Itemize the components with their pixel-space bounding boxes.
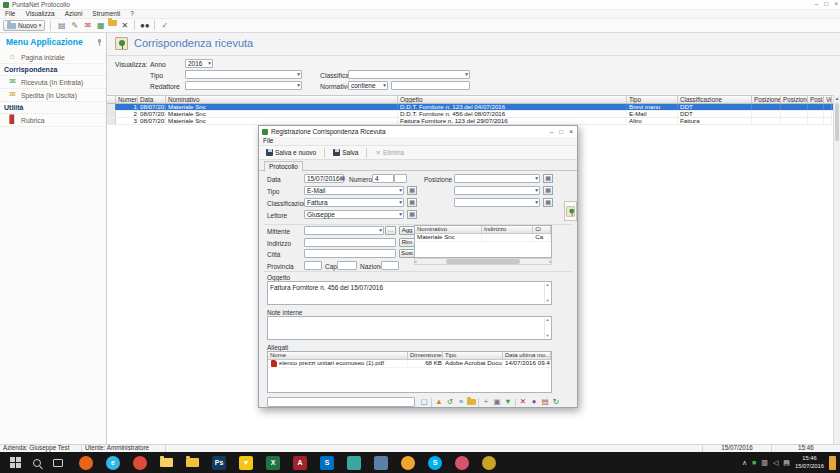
open-attachment-icon[interactable] (467, 399, 476, 405)
row-selector[interactable] (107, 118, 116, 124)
column-header-Oggetto[interactable]: Oggetto (398, 96, 627, 103)
tipo-picker-icon[interactable]: ▦ (407, 186, 417, 195)
new-file-icon[interactable]: + (481, 397, 491, 407)
taskbar-clock[interactable]: 15:46 15/07/2016 (795, 455, 824, 469)
mail-icon[interactable]: ✉ (82, 20, 93, 31)
column-header-Nominativo[interactable]: Nominativo (166, 96, 398, 103)
posizione-select-3[interactable] (454, 198, 540, 207)
power-settings-icon[interactable] (401, 456, 415, 470)
nazione-input[interactable] (381, 261, 399, 270)
dialog-maximize-button[interactable]: □ (559, 128, 563, 135)
sidebar-item-rubrica[interactable]: ▊Rubrica (0, 114, 106, 127)
scan-icon[interactable]: ▲ (434, 397, 444, 407)
tray-app-icon[interactable]: ■ (752, 459, 756, 466)
cap-input[interactable] (337, 261, 357, 270)
column-header-Data[interactable]: Data (138, 96, 166, 103)
notification-icon[interactable] (829, 456, 836, 470)
save-attachment-icon[interactable]: ▼ (503, 397, 513, 407)
tray-expand-icon[interactable]: ∧ (742, 459, 747, 466)
column-header-Posizione1[interactable]: Posizione1 (752, 96, 781, 103)
attachment-name-input[interactable] (267, 397, 415, 407)
lettore-picker-icon[interactable]: ▦ (407, 210, 417, 219)
print-attachment-icon[interactable]: ▤ (540, 397, 550, 407)
recipients-scrollbar[interactable]: ‹ › (414, 258, 552, 265)
column-header-Tipo[interactable]: Tipo (627, 96, 678, 103)
posizione-select-1[interactable] (454, 174, 540, 183)
allegati-column[interactable]: Nome (268, 352, 408, 359)
column-header-Posizione3[interactable]: Posizione3 (808, 96, 824, 103)
start-button[interactable] (10, 457, 21, 468)
numero-suffix-input[interactable] (394, 174, 407, 183)
numero-input[interactable]: 4 (372, 174, 394, 183)
excel-icon[interactable]: X (266, 456, 280, 470)
redattore-select[interactable] (185, 81, 302, 90)
app-icon-1[interactable] (347, 456, 361, 470)
close-button[interactable]: × (834, 0, 838, 7)
scroll-right-icon[interactable]: › (549, 259, 551, 265)
send-icon[interactable]: » (456, 397, 466, 407)
row-selector[interactable] (107, 111, 116, 117)
maximize-button[interactable]: □ (824, 0, 828, 7)
preview-icon[interactable]: ● (529, 397, 539, 407)
tipo-filter-select[interactable] (185, 70, 302, 79)
nuovo-button[interactable]: Nuovo ▾ (3, 20, 45, 31)
scroll-down-icon[interactable]: ▼ (546, 299, 550, 303)
table-row[interactable]: 108/07/2016Materiale SncD.D.T. Fornitore… (107, 104, 833, 111)
note-interne-textarea[interactable]: ▲▼ (267, 316, 552, 340)
recipients-column-indirizzo[interactable]: Indirizzo (482, 226, 533, 233)
attachment-row[interactable]: elenco prezzi unitari ecomuseo (1).pdf68… (268, 360, 551, 368)
anno-select[interactable]: 2016 (185, 59, 213, 68)
app-icon-2[interactable] (374, 456, 388, 470)
chrome-icon[interactable] (133, 456, 147, 470)
classificazione-picker-icon[interactable]: ▦ (407, 198, 417, 207)
skype-business-icon[interactable]: S (320, 456, 334, 470)
citta-input[interactable] (304, 249, 396, 258)
scroll-up-icon[interactable]: ▲ (546, 283, 550, 287)
recipient-row[interactable]: Materiale SncCa (415, 234, 551, 242)
keyboard-icon[interactable]: ▤ (783, 459, 790, 466)
dialog-menu-file[interactable]: File (259, 137, 277, 144)
edit-icon[interactable]: ✎ (69, 20, 80, 31)
calendar-icon[interactable]: ▦ (340, 175, 346, 182)
minimize-button[interactable]: – (815, 0, 819, 7)
task-view-icon[interactable] (53, 459, 63, 467)
column-header-selector[interactable] (107, 96, 116, 103)
app-icon-4[interactable] (482, 456, 496, 470)
scroll-left-icon[interactable]: ‹ (415, 259, 417, 265)
sidebar-item-spedita[interactable]: ✉Spedita (In Uscita) (0, 89, 106, 102)
posizione-picker-2-icon[interactable]: ▦ (543, 186, 553, 195)
delete-icon[interactable]: ✕ (119, 20, 130, 31)
column-header-Classificazione[interactable]: Classificazione (678, 96, 752, 103)
app-icon-3[interactable] (455, 456, 469, 470)
salva-button[interactable]: Salva (329, 147, 362, 158)
menu-strumenti[interactable]: Strumenti (87, 10, 125, 17)
dialog-close-button[interactable]: × (569, 128, 573, 135)
excel-export-icon[interactable]: ▦ (95, 20, 106, 31)
network-icon[interactable]: ▥ (761, 459, 768, 466)
mittente-combo[interactable] (304, 226, 384, 235)
scroll-down-icon[interactable]: ▼ (546, 334, 550, 338)
agg-button[interactable]: Agg (399, 226, 415, 235)
print-icon[interactable]: ▤ (56, 20, 67, 31)
sost-button[interactable]: Sost (399, 249, 415, 258)
normativo-input[interactable] (391, 81, 470, 90)
menu-visualizza[interactable]: Visualizza (20, 10, 59, 17)
search-icon[interactable]: ●● (139, 20, 150, 31)
internet-explorer-icon[interactable]: e (106, 456, 120, 470)
menu-file[interactable]: File (0, 10, 20, 17)
scroll-up-icon[interactable]: ▲ (834, 95, 840, 102)
copy-file-icon[interactable]: ▣ (492, 397, 502, 407)
allegati-column[interactable]: Data ultima mo... (503, 352, 551, 359)
archive-tree-button[interactable] (564, 201, 577, 221)
map-pin-icon[interactable]: ▼ (239, 456, 253, 470)
undo-icon[interactable]: ↺ (445, 397, 455, 407)
file-explorer-icon[interactable] (160, 458, 173, 467)
dialog-minimize-button[interactable]: – (550, 128, 554, 135)
column-header-Posizione2[interactable]: Posizione2 (781, 96, 808, 103)
classificazione-filter-select[interactable] (348, 70, 470, 79)
oggetto-textarea[interactable]: Fattura Fornitore n. 456 del 15/07/2016 … (267, 281, 552, 305)
menu-azioni[interactable]: Azioni (60, 10, 88, 17)
rim-button[interactable]: Rim (399, 238, 415, 247)
folder-icon[interactable] (186, 458, 199, 467)
sidebar-item-ricevuta[interactable]: ✉Ricevuta (In Entrata) (0, 76, 106, 89)
